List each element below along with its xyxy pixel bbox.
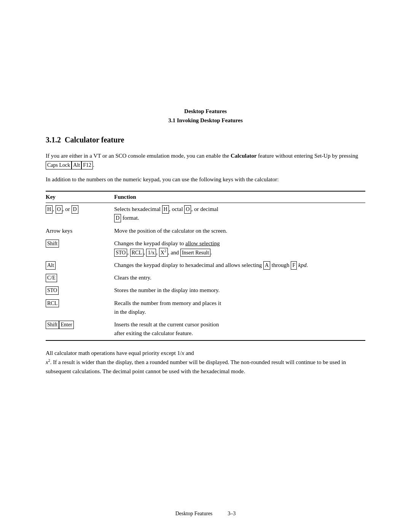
footer-right: 3–3 (228, 511, 236, 517)
h-key: H (46, 205, 53, 214)
o-key: O (56, 205, 62, 214)
table-row: Arrow keys Move the position of the calc… (46, 225, 365, 237)
footer-left: Desktop Features (175, 511, 213, 517)
function-cell: Clears the entry. (114, 272, 365, 284)
alt-key: Alt (72, 161, 81, 169)
x2-key-ref: X2 (159, 248, 168, 257)
key-cell: Arrow keys (46, 225, 114, 237)
table-row: Shift Changes the keypad display to allo… (46, 237, 365, 259)
chapter-header-line1: Desktop Features (46, 107, 365, 116)
footer-text: Desktop Features 3–3 (175, 511, 236, 517)
key-cell: C/E (46, 272, 114, 284)
table-row: STO Stores the number in the display int… (46, 284, 365, 297)
content-area: Desktop Features 3.1 Invoking Desktop Fe… (0, 0, 411, 406)
table: Key Function H, O, or D Selects hexadeci… (46, 191, 365, 341)
key-cell: RCL (46, 297, 114, 319)
sto-key: STO (46, 286, 59, 295)
key-cell: Alt (46, 259, 114, 272)
key-cell: STO (46, 284, 114, 297)
function-column-header: Function (114, 191, 365, 203)
h-key-ref: H (162, 205, 169, 214)
key-cell: H, O, or D (46, 203, 114, 225)
table-row: C/E Clears the entry. (46, 272, 365, 284)
key-function-table: Key Function H, O, or D Selects hexadeci… (46, 191, 365, 341)
section-title: 3.1.2 Calculator feature (46, 136, 365, 144)
table-row: RCL Recalls the number from memory and p… (46, 297, 365, 319)
function-cell: Recalls the number from memory and place… (114, 297, 365, 319)
chapter-header-line2: 3.1 Invoking Desktop Features (46, 116, 365, 125)
key-column-header: Key (46, 191, 114, 203)
rcl-key: RCL (46, 299, 59, 308)
f12-key: F12 (81, 161, 93, 169)
f-key-ref: F (291, 261, 297, 270)
chapter-header: Desktop Features 3.1 Invoking Desktop Fe… (46, 107, 365, 125)
table-row: Alt Changes the keypad display to hexade… (46, 259, 365, 272)
function-cell: Move the position of the calculator on t… (114, 225, 365, 237)
o-key-ref: O (184, 205, 191, 214)
sto-key-ref: STO (114, 249, 127, 257)
function-cell: Selects hexadecimal H, octal O, or decim… (114, 203, 365, 225)
insert-result-key: Insert Result (180, 249, 210, 257)
function-cell: Changes the keypad display to hexadecima… (114, 259, 365, 272)
enter-key: Enter (59, 321, 73, 329)
function-cell: Stores the number in the display into me… (114, 284, 365, 297)
function-cell: Inserts the result at the current cursor… (114, 318, 365, 340)
page-footer: Desktop Features 3–3 (0, 511, 411, 517)
shift-key: Shift (46, 240, 59, 248)
table-row: ShiftEnter Inserts the result at the cur… (46, 318, 365, 340)
key-cell: Shift (46, 237, 114, 259)
a-key-ref: A (263, 261, 270, 270)
alt-key-cell: Alt (46, 261, 56, 270)
shift-enter-key: Shift (46, 321, 59, 329)
onex-key-ref: 1/x (146, 249, 156, 257)
table-row: H, O, or D Selects hexadecimal H, octal … (46, 203, 365, 225)
ce-key: C/E (46, 274, 57, 282)
closing-paragraph: All calculator math operations have equa… (46, 348, 365, 376)
page: Desktop Features 3.1 Invoking Desktop Fe… (0, 0, 411, 532)
rcl-key-ref: RCL (130, 249, 143, 257)
function-cell: Changes the keypad display to allow sele… (114, 237, 365, 259)
intro-paragraph-2: In addition to the numbers on the numeri… (46, 175, 365, 184)
intro-paragraph: If you are either in a VT or an SCO cons… (46, 151, 365, 169)
caps-lock-key: Caps Lock (46, 161, 72, 169)
d-key: D (72, 205, 78, 214)
d-key-ref: D (114, 214, 121, 222)
key-cell: ShiftEnter (46, 318, 114, 340)
